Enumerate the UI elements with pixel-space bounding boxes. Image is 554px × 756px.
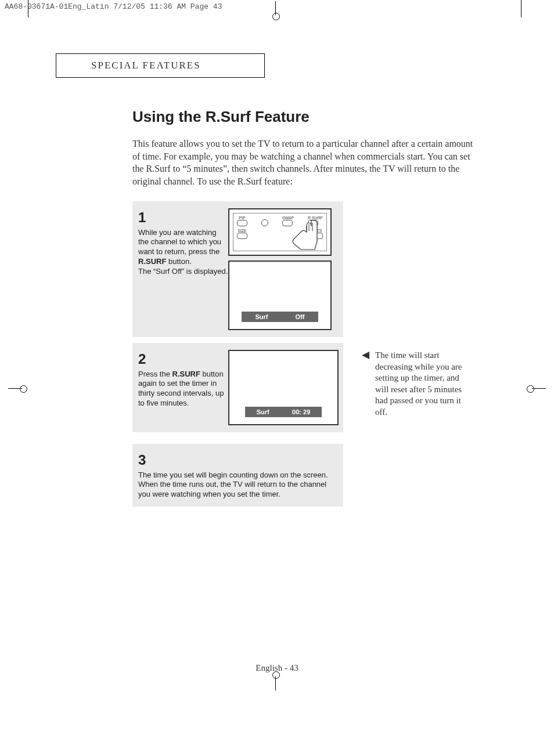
triangle-left-icon: ◀	[362, 350, 369, 360]
step-3-body: The time you set will begin counting dow…	[138, 471, 328, 499]
step-1-bold: R.SURF	[138, 257, 166, 266]
step-1-box: 1 While you are watching the channel to …	[132, 201, 343, 337]
side-note-text: The time will start decreasing while you…	[375, 350, 472, 418]
tv-screen-2: Surf 00: 29	[228, 350, 339, 425]
hand-press-icon	[289, 218, 318, 251]
osd-timer-value: 00: 29	[292, 408, 310, 415]
registration-mark	[270, 673, 282, 690]
step-1-text: 1 While you are watching the channel to …	[138, 208, 228, 277]
step-3-number: 3	[138, 451, 337, 469]
section-header: SPECIAL FEATURES	[91, 60, 201, 71]
intro-paragraph: This feature allows you to set the TV to…	[132, 138, 475, 187]
section-header-box: SPECIAL FEATURES	[56, 53, 265, 78]
size-button-icon	[237, 233, 247, 239]
step-3-box: 3 The time you set will begin counting d…	[132, 444, 343, 507]
osd-surf-label-2: Surf	[257, 408, 269, 415]
step-2-number: 2	[138, 350, 228, 368]
osd-bar-1: Surf Off	[242, 312, 318, 322]
step-1-text-c: The “Surf Off” is displayed.	[138, 267, 228, 276]
step-2-text: 2 Press the R.SURF button again to set t…	[138, 350, 228, 408]
step-2-bold: R.SURF	[172, 370, 200, 378]
pip-button-icon	[237, 220, 247, 226]
step-2-box: 2 Press the R.SURF button again to set t…	[132, 343, 343, 432]
osd-off-label: Off	[296, 313, 305, 320]
up-button-icon	[261, 219, 268, 226]
step-1-number: 1	[138, 208, 228, 226]
step-1-text-b: button.	[166, 257, 191, 266]
step-2-text-a: Press the	[138, 370, 172, 378]
remote-label-size: SIZE	[237, 229, 247, 233]
osd-bar-2: Surf 00: 29	[245, 407, 322, 417]
remote-label-pip: PIP	[237, 216, 247, 220]
remote-illustration: PIP SWAP	[228, 208, 332, 256]
step-1-text-a: While you are watching the channel to wh…	[138, 228, 221, 256]
step-3-text: 3 The time you set will begin counting d…	[138, 451, 337, 500]
tv-screen-1: Surf Off	[228, 261, 332, 330]
osd-surf-label: Surf	[256, 313, 268, 320]
page-title: Using the R.Surf Feature	[132, 108, 475, 126]
side-note: ◀ The time will start decreasing while y…	[362, 343, 472, 418]
